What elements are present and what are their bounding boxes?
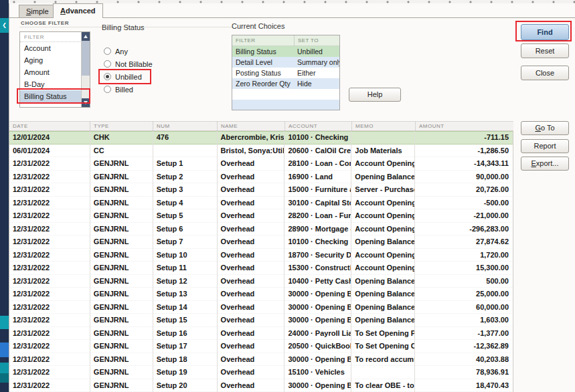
- table-row[interactable]: 12/31/2022GENJRNLSetup 19Overhead15100 ·…: [9, 366, 513, 379]
- find-button[interactable]: Find: [521, 24, 569, 40]
- table-row[interactable]: 12/31/2022GENJRNLSetup 3Overhead15000 · …: [9, 183, 513, 197]
- cell-name: Overhead: [217, 235, 284, 249]
- table-row[interactable]: 12/31/2022GENJRNLSetup 5Overhead28200 · …: [9, 209, 513, 223]
- current-choices-header: FILTER SET TO: [232, 35, 339, 46]
- close-button[interactable]: Close: [521, 66, 569, 80]
- cell-num: Setup 19: [153, 366, 217, 379]
- results-column-header-account[interactable]: ACCOUNT: [284, 122, 351, 130]
- cell-date: 12/31/2022: [9, 379, 90, 392]
- results-column-header-name[interactable]: NAME: [217, 122, 284, 130]
- cell-date: 12/31/2022: [9, 340, 90, 353]
- cell-num: Setup 6: [153, 223, 217, 236]
- table-row[interactable]: 12/31/2022GENJRNLSetup 10Overhead18700 ·…: [9, 249, 513, 262]
- cell-type: GENJRNL: [90, 262, 153, 275]
- cell-type: GENJRNL: [90, 314, 153, 327]
- cell-name: Overhead: [217, 197, 284, 210]
- current-choices-row[interactable]: Billing StatusUnbilled: [232, 46, 339, 57]
- cell-type: GENJRNL: [90, 340, 153, 353]
- cell-num: Setup 4: [153, 197, 217, 210]
- table-row[interactable]: 12/31/2022GENJRNLSetup 7Overhead10100 · …: [9, 235, 513, 249]
- table-row[interactable]: 12/31/2022GENJRNLSetup 16Overhead24000 ·…: [9, 327, 513, 340]
- cell-memo: Job Materials: [351, 144, 414, 158]
- cell-name: Overhead: [217, 157, 284, 171]
- current-choices-column-set-to: SET TO: [294, 35, 339, 45]
- results-column-header-type[interactable]: TYPE: [90, 122, 153, 130]
- table-row[interactable]: 12/31/2022GENJRNLSetup 20Overhead30000 ·…: [9, 379, 513, 392]
- filter-list-item[interactable]: B-Day: [20, 78, 81, 90]
- table-row[interactable]: 12/31/2022GENJRNLSetup 12Overhead10400 ·…: [9, 275, 513, 288]
- cell-account: 30100 · Capital Sto...: [284, 197, 351, 210]
- cell-num: Setup 20: [153, 379, 217, 392]
- cell-num: Setup 10: [153, 249, 217, 262]
- cell-name: Overhead: [217, 288, 284, 301]
- filter-list-item[interactable]: Aging: [20, 54, 81, 66]
- cell-name: Overhead: [217, 275, 284, 288]
- filter-list-item[interactable]: Billing Status: [20, 90, 81, 102]
- scrollbar-thumb[interactable]: [82, 41, 90, 76]
- radio-option-not-billable[interactable]: Not Billable: [104, 58, 181, 70]
- current-choices-row[interactable]: Zero Reorder QtyHide: [232, 78, 339, 89]
- results-column-header-date[interactable]: DATE: [9, 122, 90, 130]
- current-choices-row: [232, 100, 339, 110]
- sidebar-band-dark-teal: [0, 373, 9, 383]
- cell-name: Abercrombie, Krist...: [217, 131, 284, 144]
- current-choices-cell: [232, 100, 294, 110]
- scroll-up-icon[interactable]: [82, 32, 90, 41]
- sidebar-band-blue: [0, 342, 9, 357]
- cell-num: Setup 11: [153, 262, 217, 275]
- filter-list-header: FILTER: [20, 32, 90, 42]
- cell-account: 30000 · Opening Ba...: [284, 301, 351, 314]
- table-row[interactable]: 12/31/2022GENJRNLSetup 1Overhead28100 · …: [9, 157, 513, 171]
- current-choices-body: Billing StatusUnbilledDetail LevelSummar…: [232, 46, 339, 110]
- table-row[interactable]: 12/31/2022GENJRNLSetup 2Overhead16900 · …: [9, 171, 513, 184]
- radio-icon: [104, 47, 111, 55]
- cell-memo: Account Opening B...: [351, 197, 414, 210]
- reset-button[interactable]: Reset: [521, 43, 569, 58]
- cell-amount: 1,603.00: [414, 314, 513, 327]
- cell-account: 20500 · QuickBook...: [284, 340, 351, 353]
- tab-advanced[interactable]: Advanced: [53, 3, 103, 18]
- current-choices-row[interactable]: Detail LevelSummary only: [232, 57, 339, 68]
- cell-memo: Opening Balance: [351, 275, 414, 288]
- table-row[interactable]: 12/31/2022GENJRNLSetup 13Overhead30000 ·…: [9, 288, 513, 301]
- radio-icon: [104, 73, 111, 80]
- scroll-down-icon[interactable]: [82, 98, 90, 107]
- cell-num: Setup 12: [153, 275, 217, 288]
- cell-date: 12/31/2022: [9, 327, 90, 340]
- table-row[interactable]: 12/31/2022GENJRNLSetup 17Overhead20500 ·…: [9, 340, 513, 353]
- table-row[interactable]: 12/31/2022GENJRNLSetup 14Overhead30000 ·…: [9, 301, 513, 314]
- cell-memo: To clear OBE - to co...: [351, 379, 414, 392]
- tab-simple[interactable]: Simple: [19, 5, 56, 17]
- results-column-header-amount[interactable]: AMOUNT: [415, 122, 513, 130]
- cell-name: Overhead: [217, 340, 284, 353]
- table-row[interactable]: 12/31/2022GENJRNLSetup 6Overhead28900 · …: [9, 223, 513, 236]
- report-button[interactable]: Report: [521, 139, 569, 153]
- filter-list-item[interactable]: Account: [20, 42, 81, 54]
- cell-memo: [351, 131, 414, 144]
- help-button[interactable]: Help: [349, 88, 401, 102]
- table-row[interactable]: 12/31/2022GENJRNLSetup 15Overhead30000 ·…: [9, 314, 513, 327]
- radio-option-any[interactable]: Any: [104, 45, 181, 58]
- cell-amount: -711.15: [414, 131, 513, 144]
- collapse-sidebar-icon[interactable]: ❮: [0, 18, 9, 33]
- current-choices-row[interactable]: Posting StatusEither: [232, 68, 339, 78]
- cell-num: [153, 144, 217, 158]
- radio-option-unbilled[interactable]: Unbilled: [104, 70, 181, 83]
- results-column-header-memo[interactable]: MEMO: [351, 122, 415, 130]
- cell-num: Setup 1: [153, 157, 217, 171]
- go-to-button[interactable]: Go To: [521, 121, 569, 135]
- table-row[interactable]: 12/31/2022GENJRNLSetup 4Overhead30100 · …: [9, 197, 513, 210]
- current-choices-cell: Detail Level: [232, 57, 294, 68]
- radio-option-billed[interactable]: Billed: [104, 83, 181, 96]
- filter-list-scrollbar[interactable]: [81, 32, 90, 107]
- cell-date: 12/31/2022: [9, 183, 90, 197]
- table-row[interactable]: 06/01/2024CCBristol, Sonya:Utilit...2060…: [9, 144, 513, 158]
- filter-list-items: AccountAgingAmountB-DayBilling Status: [20, 42, 90, 102]
- cell-date: 12/31/2022: [9, 301, 90, 314]
- table-row[interactable]: 12/01/2024CHK476Abercrombie, Krist...101…: [9, 131, 513, 144]
- results-column-header-num[interactable]: NUM: [153, 122, 217, 130]
- export-button[interactable]: Export...: [521, 157, 569, 171]
- table-row[interactable]: 12/31/2022GENJRNLSetup 18Overhead30000 ·…: [9, 353, 513, 367]
- filter-list-item[interactable]: Amount: [20, 66, 81, 78]
- table-row[interactable]: 12/31/2022GENJRNLSetup 11Overhead15300 ·…: [9, 262, 513, 275]
